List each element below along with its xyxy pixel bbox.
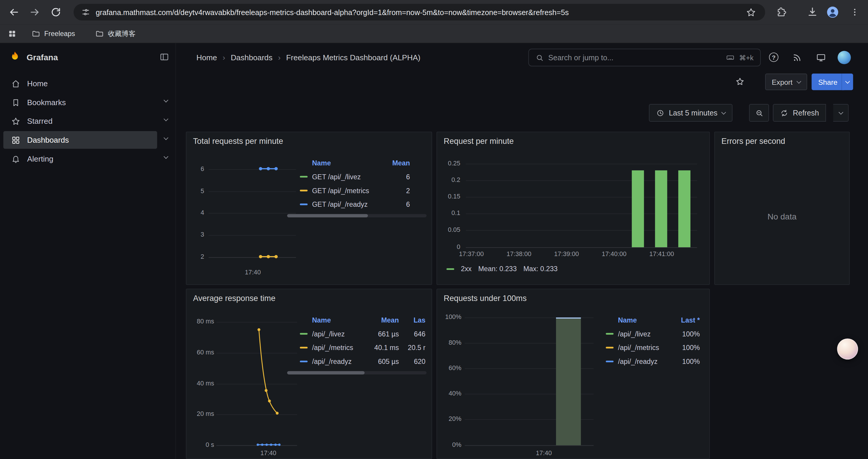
series-mean: 6 <box>382 201 410 208</box>
panel-errors-per-second: Errors per second No data <box>714 132 850 285</box>
search-bar[interactable]: ⌘+k <box>528 49 761 66</box>
legend-header-mean[interactable]: Mean <box>367 316 399 324</box>
series-name[interactable]: GET /api/_/livez <box>312 173 378 181</box>
legend-header-name[interactable]: Name <box>300 316 363 324</box>
series-name[interactable]: /api/_/livez <box>618 330 662 338</box>
bookmark-item[interactable]: Freeleaps <box>32 24 75 43</box>
legend-scrollbar[interactable] <box>287 214 427 218</box>
nav-highlight <box>3 150 157 167</box>
refresh-button[interactable]: Refresh <box>773 104 826 122</box>
series-name[interactable]: /api/_/metrics <box>618 344 662 352</box>
sidebar-item-alerting[interactable]: Alerting <box>0 150 176 168</box>
x-tick: 17:41:00 <box>644 251 680 257</box>
forward-icon[interactable] <box>29 6 40 18</box>
panel-title[interactable]: Requests under 100ms <box>444 294 527 302</box>
sidebar-item-home[interactable]: Home <box>0 74 176 93</box>
monitor-icon[interactable] <box>816 53 826 63</box>
series-color-swatch <box>300 347 308 349</box>
refresh-label: Refresh <box>793 109 819 117</box>
breadcrumb-dashboards[interactable]: Dashboards <box>231 53 272 62</box>
no-data-message: No data <box>715 212 849 221</box>
breadcrumb-home[interactable]: Home <box>196 53 217 62</box>
legend-header-mean[interactable]: Mean <box>382 159 410 167</box>
gridline <box>209 235 296 236</box>
data-point <box>267 167 270 170</box>
chevron-down-icon[interactable] <box>164 135 168 140</box>
chevron-down-icon[interactable] <box>164 154 168 159</box>
sidebar-item-starred[interactable]: Starred <box>0 112 176 131</box>
series-last: 20.5 r <box>403 344 426 352</box>
bookmark-star-icon[interactable] <box>746 7 756 18</box>
url-bar[interactable]: grafana.mathmast.com/d/deytv4rwavabkb/fr… <box>73 4 765 21</box>
chevron-down-icon <box>838 109 843 114</box>
favorite-star-icon[interactable] <box>735 77 745 86</box>
time-range-picker[interactable]: Last 5 minutes <box>649 104 733 122</box>
series-name[interactable]: GET /api/_/readyz <box>312 201 378 208</box>
sidebar-item-label: Home <box>27 79 48 88</box>
legend-row: /api/_/readyz 100% <box>606 355 700 368</box>
profile-avatar-icon[interactable] <box>827 6 839 18</box>
sidebar-item-bookmarks[interactable]: Bookmarks <box>0 93 176 112</box>
help-icon[interactable]: ? <box>769 53 778 62</box>
browser-menu-icon[interactable] <box>850 7 860 17</box>
y-tick: 60% <box>438 364 462 371</box>
legend-header-last[interactable]: Last * <box>666 316 700 324</box>
bar-2xx <box>678 170 690 247</box>
chevron-down-icon[interactable] <box>164 98 168 102</box>
site-settings-icon[interactable] <box>81 8 90 17</box>
panel-title[interactable]: Total requests per minute <box>193 137 283 145</box>
series-color-swatch <box>606 347 613 349</box>
x-tick: 17:40 <box>236 269 270 275</box>
export-button[interactable]: Export <box>765 73 807 90</box>
scrollbar-thumb[interactable] <box>287 214 368 218</box>
reload-icon[interactable] <box>50 6 61 18</box>
series-name[interactable]: 2xx <box>461 265 471 273</box>
legend-table: Name Mean Las /api/_/livez 661 µs 646 /a… <box>300 313 426 368</box>
series-name[interactable]: /api/_/readyz <box>618 358 662 365</box>
back-icon[interactable] <box>8 6 19 18</box>
x-tick: 17:40 <box>252 450 285 456</box>
user-avatar[interactable] <box>838 51 851 64</box>
chevron-down-icon <box>721 109 726 114</box>
legend-header-name[interactable]: Name <box>606 316 662 324</box>
zoom-out-button[interactable] <box>749 104 769 122</box>
series-name[interactable]: /api/_/readyz <box>312 358 362 365</box>
scrollbar-thumb[interactable] <box>287 371 365 374</box>
search-input[interactable] <box>548 54 721 62</box>
gridline <box>465 445 593 446</box>
legend-row: GET /api/_/metrics 2 <box>300 184 410 198</box>
share-button[interactable]: Share <box>812 73 844 90</box>
legend-scrollbar[interactable] <box>287 371 427 374</box>
extensions-icon[interactable] <box>776 6 786 18</box>
y-tick: 80% <box>438 339 462 346</box>
panel-title[interactable]: Request per minute <box>444 137 514 145</box>
sidebar-item-dashboards[interactable]: Dashboards <box>0 131 176 150</box>
apps-grid-icon[interactable] <box>8 29 17 38</box>
downloads-icon[interactable] <box>807 6 818 18</box>
keyboard-icon <box>726 53 735 62</box>
news-rss-icon[interactable] <box>793 53 802 63</box>
bookmark-item[interactable]: 收藏博客 <box>95 24 135 43</box>
y-tick: 5 <box>189 188 204 194</box>
nav-highlight <box>3 112 157 130</box>
assistant-avatar[interactable] <box>837 338 858 359</box>
y-tick: 40% <box>438 390 462 396</box>
legend-header-name[interactable]: Name <box>300 159 378 167</box>
x-tick: 17:37:00 <box>454 251 489 257</box>
series-name[interactable]: /api/_/livez <box>312 330 362 338</box>
legend-header: Name Mean <box>300 156 410 170</box>
series-color-swatch <box>446 268 454 270</box>
refresh-interval-button[interactable] <box>833 104 848 122</box>
series-name[interactable]: /api/_/metrics <box>312 344 362 352</box>
grafana-logo[interactable] <box>9 50 21 62</box>
chevron-down-icon[interactable] <box>164 117 168 121</box>
sidebar-item-label: Dashboards <box>27 136 69 144</box>
series-name[interactable]: GET /api/_/metrics <box>312 187 378 194</box>
panel-title[interactable]: Errors per second <box>721 137 785 145</box>
share-menu-button[interactable] <box>841 73 853 90</box>
x-tick: 17:40:00 <box>596 251 632 257</box>
legend-header-last[interactable]: Las <box>403 316 426 324</box>
series-mean: 661 µs <box>367 330 399 338</box>
url-text[interactable]: grafana.mathmast.com/d/deytv4rwavabkb/fr… <box>96 8 569 16</box>
collapse-sidebar-icon[interactable] <box>159 52 169 62</box>
